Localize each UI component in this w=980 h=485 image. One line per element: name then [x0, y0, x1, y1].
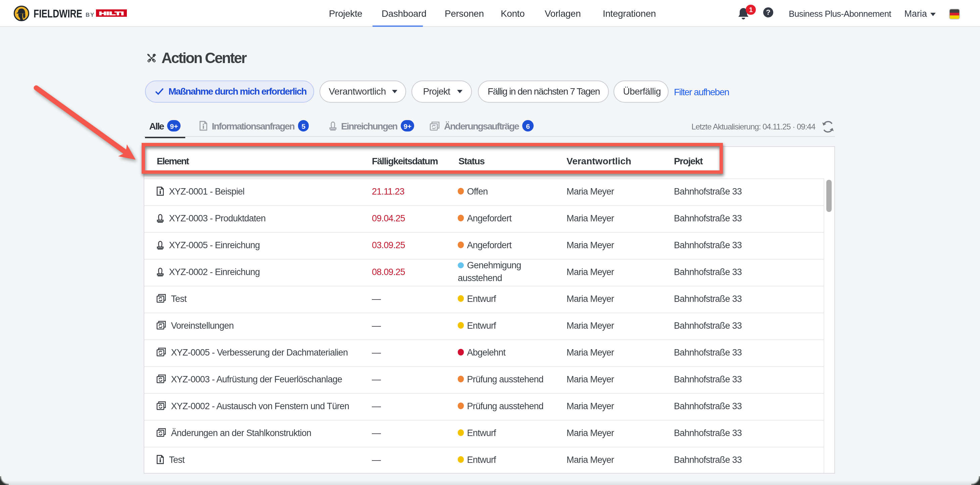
svg-text:FIELDWIRE: FIELDWIRE	[33, 10, 82, 19]
svg-text:HILTI: HILTI	[99, 10, 124, 16]
